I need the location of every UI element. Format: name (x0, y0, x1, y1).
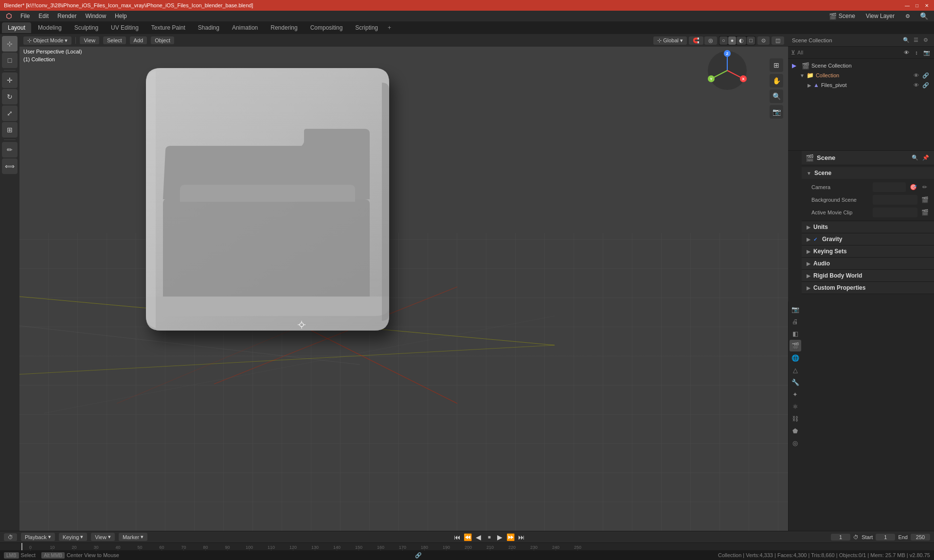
render-icon[interactable]: 📷 (922, 48, 931, 57)
custom-props-header[interactable]: ▶ Custom Properties (802, 282, 934, 294)
active-clip-picker-icon[interactable]: 🎬 (920, 208, 929, 217)
viewport-tool-camera[interactable]: 📷 (770, 105, 783, 119)
move-tool[interactable]: ✛ (2, 72, 18, 88)
jump-end-btn[interactable]: ⏭ (517, 532, 526, 542)
select-box-tool[interactable]: □ (2, 52, 18, 68)
tab-uv-editing[interactable]: UV Editing (105, 22, 144, 33)
prop-icon-particles[interactable]: ✦ (790, 388, 801, 400)
tab-layout[interactable]: Layout (2, 22, 31, 33)
outliner-options-btn[interactable]: ☰ (912, 36, 920, 45)
camera-edit-icon[interactable]: ✏ (920, 183, 929, 192)
outliner-settings-btn[interactable]: ⚙ (921, 36, 930, 45)
files-pivot-visibility[interactable]: 👁 (912, 81, 920, 89)
bg-scene-picker-icon[interactable]: 🎬 (920, 195, 929, 204)
outliner-scene-collection[interactable]: ▶ 🎬 Scene Collection (788, 61, 934, 70)
engine-selector[interactable]: ⚙ (901, 12, 914, 20)
step-back-btn[interactable]: ⏪ (463, 532, 473, 542)
prop-icon-object-data[interactable]: ⬟ (790, 425, 801, 437)
prop-icon-physics[interactable]: ⚛ (790, 401, 801, 412)
keying-sets-section-header[interactable]: ▶ Keying Sets (802, 245, 934, 257)
prop-icon-modifier[interactable]: 🔧 (790, 376, 801, 388)
jump-start-btn[interactable]: ⏮ (452, 532, 462, 542)
menu-file[interactable]: File (17, 12, 34, 20)
properties-pin[interactable]: 📌 (921, 154, 930, 162)
cursor-tool[interactable]: ⊹ (2, 36, 18, 52)
menu-blender[interactable]: ⬡ (2, 11, 16, 21)
stop-btn[interactable]: ■ (485, 532, 494, 542)
transform-pivot-button[interactable]: ⊹ Global ▾ (653, 36, 687, 45)
viewport-object-menu[interactable]: Object (151, 36, 174, 44)
viewport-view-menu[interactable]: View (80, 36, 99, 44)
close-button[interactable]: ✕ (923, 2, 930, 9)
prop-icon-view-layer[interactable]: ◧ (790, 328, 801, 339)
camera-picker-icon[interactable]: 🎯 (909, 183, 917, 192)
files-pivot-link[interactable]: 🔗 (921, 81, 930, 89)
marker-menu[interactable]: Marker ▾ (119, 533, 147, 541)
add-workspace-button[interactable]: + (385, 23, 394, 32)
maximize-button[interactable]: □ (914, 2, 920, 9)
wireframe-shading[interactable]: ○ (719, 36, 728, 45)
bg-scene-value[interactable] (873, 195, 917, 205)
tab-texture-paint[interactable]: Texture Paint (145, 22, 191, 33)
overlay-toggle[interactable]: ⊙ (757, 36, 770, 45)
visibility-icon[interactable]: 👁 (902, 48, 911, 57)
tab-sculpting[interactable]: Sculpting (69, 22, 104, 33)
tab-animation[interactable]: Animation (226, 22, 264, 33)
viewport-add-menu[interactable]: Add (130, 36, 147, 44)
menu-window[interactable]: Window (81, 12, 110, 20)
tab-modeling[interactable]: Modeling (32, 22, 68, 33)
play-btn[interactable]: ▶ (495, 532, 505, 542)
mode-selector[interactable]: ⊹ Object Mode ▾ (23, 36, 72, 45)
selectability-icon[interactable]: ↕ (912, 48, 921, 57)
start-frame-input[interactable]: 1 (876, 534, 895, 541)
transform-tool[interactable]: ⊞ (2, 122, 18, 138)
prop-icon-world[interactable]: 🌐 (790, 352, 801, 364)
outliner-filter-btn[interactable]: 🔍 (902, 36, 911, 45)
timeline-editor-type[interactable]: ⏱ (4, 533, 17, 541)
end-frame-input[interactable]: 250 (911, 534, 930, 541)
viewport-tool-hand[interactable]: ✋ (770, 74, 783, 88)
axis-gizmo[interactable]: Z X Y (705, 49, 749, 92)
menu-edit[interactable]: Edit (35, 12, 53, 20)
solid-shading[interactable]: ● (728, 36, 736, 45)
rigid-body-world-header[interactable]: ▶ Rigid Body World (802, 270, 934, 281)
search-btn[interactable]: 🔍 (916, 11, 932, 21)
rendered-shading[interactable]: □ (747, 36, 755, 45)
menu-render[interactable]: Render (54, 12, 80, 20)
menu-help[interactable]: Help (111, 12, 131, 20)
gravity-section-header[interactable]: ▶ ✓ Gravity (802, 233, 934, 245)
scene-section-header[interactable]: ▼ Scene (802, 167, 934, 179)
scene-selector[interactable]: 🎬 Scene (825, 12, 859, 21)
collection-visibility[interactable]: 👁 (912, 71, 920, 80)
snap-button[interactable]: 🧲 (689, 36, 703, 45)
outliner-files-pivot[interactable]: ▶ ▲ Files_pivot 👁 🔗 (788, 80, 934, 90)
prop-icon-material[interactable]: ◎ (790, 437, 801, 449)
view-layer-selector[interactable]: View Layer (862, 12, 898, 20)
tab-rendering[interactable]: Rendering (265, 22, 303, 33)
timeline-view-menu[interactable]: View ▾ (91, 533, 115, 541)
units-section-header[interactable]: ▶ Units (802, 221, 934, 233)
minimize-button[interactable]: — (904, 2, 911, 9)
tab-compositing[interactable]: Compositing (305, 22, 349, 33)
viewport-tool-grid[interactable]: ⊞ (770, 58, 783, 72)
annotate-tool[interactable]: ✏ (2, 142, 18, 158)
properties-search[interactable]: 🔍 (911, 154, 919, 162)
prop-icon-object[interactable]: △ (790, 364, 801, 376)
lookdev-shading[interactable]: ◐ (736, 36, 746, 45)
measure-tool[interactable]: ⟺ (2, 158, 18, 174)
active-clip-value[interactable] (873, 208, 917, 217)
rotate-tool[interactable]: ↻ (2, 89, 18, 105)
collection-link[interactable]: 🔗 (921, 71, 930, 80)
gravity-checkbox[interactable]: ✓ (813, 237, 817, 242)
camera-value[interactable] (873, 182, 906, 192)
audio-section-header[interactable]: ▶ Audio (802, 258, 934, 269)
viewport-3d[interactable] (19, 34, 788, 531)
prop-icon-render[interactable]: 📷 (790, 303, 801, 315)
proportional-edit-button[interactable]: ◎ (704, 36, 717, 45)
prop-icon-scene[interactable]: 🎬 (790, 340, 801, 351)
viewport-tool-zoom[interactable]: 🔍 (770, 89, 783, 103)
keying-menu[interactable]: Keying ▾ (59, 533, 88, 541)
tab-shading[interactable]: Shading (192, 22, 225, 33)
outliner-collection[interactable]: ▼ 📁 Collection 👁 🔗 (788, 70, 934, 80)
play-reverse-btn[interactable]: ◀ (474, 532, 484, 542)
